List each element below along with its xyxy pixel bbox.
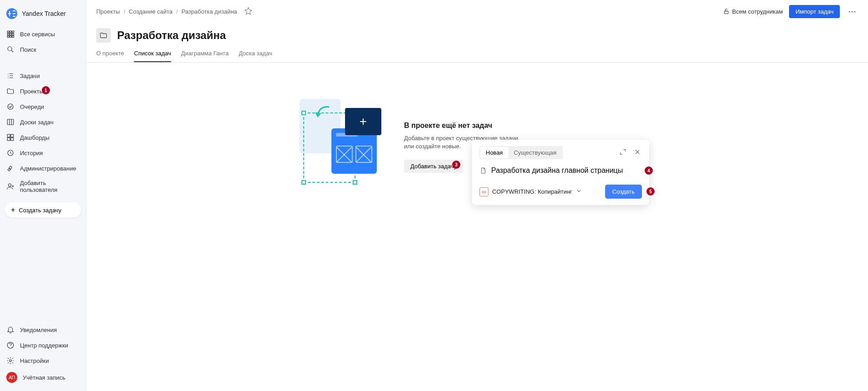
separator: / [123, 8, 125, 15]
expand-icon [619, 148, 626, 156]
svg-rect-11 [7, 119, 14, 125]
svg-rect-7 [10, 36, 12, 38]
nav-label: Задачи [20, 73, 40, 79]
nav-label: Учётная запись [23, 374, 65, 381]
breadcrumb-projects[interactable]: Проекты [96, 8, 120, 15]
brand-name: Yandex Tracker [22, 10, 66, 17]
create-task-button[interactable]: + Создать задачу [5, 202, 81, 218]
svg-rect-15 [11, 138, 14, 141]
svg-point-9 [8, 47, 12, 51]
nav-history[interactable]: История [0, 145, 86, 161]
chevron-down-icon [576, 188, 582, 196]
plus-icon: + [11, 206, 15, 214]
nav-settings[interactable]: Настройки [0, 353, 86, 368]
popup-tab-existing[interactable]: Существующая [508, 147, 562, 158]
separator: / [176, 8, 178, 15]
task-title-input[interactable] [491, 166, 642, 175]
nav-support[interactable]: Центр поддержки [0, 337, 86, 353]
gear-icon [6, 357, 15, 365]
queue-icon [6, 103, 15, 111]
task-popup: Новая Существующая 4 co CO [472, 140, 649, 205]
brand[interactable]: Yandex Tracker [0, 4, 86, 24]
svg-rect-1 [10, 31, 12, 33]
tab-tasks[interactable]: Список задач [134, 50, 171, 62]
nav-label: Добавить пользователя [20, 180, 79, 193]
favorite-button[interactable] [242, 5, 254, 18]
breadcrumb: Проекты / Создание сайта / Разработка ди… [96, 8, 237, 15]
content: + В проекте ещё нет задач Добавьте в про… [86, 63, 868, 391]
bell-icon [6, 326, 15, 334]
popup-tab-new[interactable]: Новая [480, 147, 508, 158]
popup-tabs: Новая Существующая [479, 146, 563, 159]
import-button[interactable]: Импорт задач [789, 5, 840, 18]
help-icon [6, 341, 15, 349]
dots-icon: ⋯ [848, 7, 856, 16]
wrench-icon [6, 164, 15, 172]
nav-dashboards[interactable]: Дашборды [0, 130, 86, 145]
list-icon [6, 72, 15, 80]
nav-label: Доски задач [20, 119, 54, 126]
project-icon [96, 28, 111, 43]
svg-rect-20 [725, 11, 728, 14]
nav-label: Настройки [20, 357, 49, 364]
expand-button[interactable] [618, 147, 627, 158]
svg-rect-14 [7, 138, 10, 141]
svg-point-10 [8, 104, 13, 109]
nav-label: Центр поддержки [20, 342, 68, 349]
breadcrumb-design[interactable]: Разработка дизайна [182, 8, 237, 15]
dashboard-icon [6, 133, 15, 142]
close-icon [634, 148, 641, 156]
search-icon [6, 45, 15, 54]
nav-notifications[interactable]: Уведомления [0, 322, 86, 337]
nav-all-services[interactable]: Все сервисы [0, 26, 86, 42]
folder-icon [6, 87, 15, 95]
nav-label: Уведомления [20, 327, 57, 333]
more-button[interactable]: ⋯ [846, 5, 858, 18]
svg-point-17 [9, 184, 11, 186]
grid-icon [6, 30, 15, 38]
svg-rect-12 [7, 134, 10, 137]
empty-title: В проекте ещё нет задач [404, 122, 522, 130]
queue-selector[interactable]: co COPYWRITING: Копирайтинг [479, 187, 582, 196]
sidebar: Yandex Tracker Все сервисы Поиск Задачи … [0, 0, 86, 391]
nav-account[interactable]: АП Учётная запись [0, 368, 86, 386]
tab-gantt[interactable]: Диаграмма Ганта [181, 50, 229, 62]
annotation-5: 5 [646, 187, 655, 196]
popup-create-button[interactable]: Создать [605, 185, 642, 199]
svg-rect-8 [12, 36, 14, 38]
access-selector[interactable]: Всем сотрудникам [723, 8, 783, 15]
empty-illustration: + [300, 99, 390, 185]
svg-point-19 [10, 360, 12, 362]
nav-queues[interactable]: Очереди [0, 99, 86, 114]
tab-board[interactable]: Доска задач [239, 50, 272, 62]
svg-rect-13 [11, 134, 14, 137]
svg-rect-0 [7, 31, 9, 33]
access-label: Всем сотрудникам [732, 8, 783, 15]
svg-rect-2 [12, 31, 14, 33]
nav-search[interactable]: Поиск [0, 42, 86, 57]
annotation-1: 1 [42, 86, 50, 94]
tabs: О проекте Список задач Диаграмма Ганта Д… [86, 43, 868, 63]
breadcrumb-site[interactable]: Создание сайта [129, 8, 173, 15]
nav-label: Администрирование [20, 165, 76, 172]
close-button[interactable] [633, 147, 642, 158]
create-label: Создать задачу [19, 207, 61, 214]
tab-about[interactable]: О проекте [96, 50, 124, 62]
folder-icon [99, 31, 108, 39]
document-icon [479, 167, 487, 174]
arrow-icon [313, 103, 331, 122]
nav-label: Дашборды [20, 134, 49, 141]
annotation-4: 4 [645, 166, 653, 175]
unlock-icon [723, 8, 730, 15]
main: Проекты / Создание сайта / Разработка ди… [86, 0, 868, 391]
nav-admin[interactable]: Администрирование [0, 161, 86, 176]
nav-boards[interactable]: Доски задач [0, 114, 86, 130]
board-icon [6, 118, 15, 126]
svg-rect-3 [7, 34, 9, 35]
nav-tasks[interactable]: Задачи [0, 68, 86, 83]
nav-add-user[interactable]: Добавить пользователя [0, 176, 86, 197]
svg-rect-4 [10, 34, 12, 35]
nav-projects[interactable]: Проекты 1 [0, 83, 86, 99]
nav-label: Все сервисы [20, 31, 55, 38]
queue-name: COPYWRITING: Копирайтинг [492, 188, 572, 195]
